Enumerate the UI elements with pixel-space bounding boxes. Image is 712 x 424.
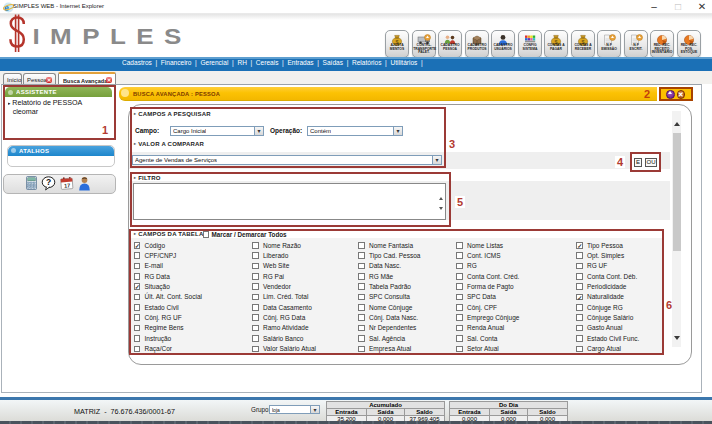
svg-text:e: e — [4, 2, 9, 13]
svg-text:17: 17 — [64, 182, 71, 188]
svg-text:?: ? — [46, 177, 51, 187]
